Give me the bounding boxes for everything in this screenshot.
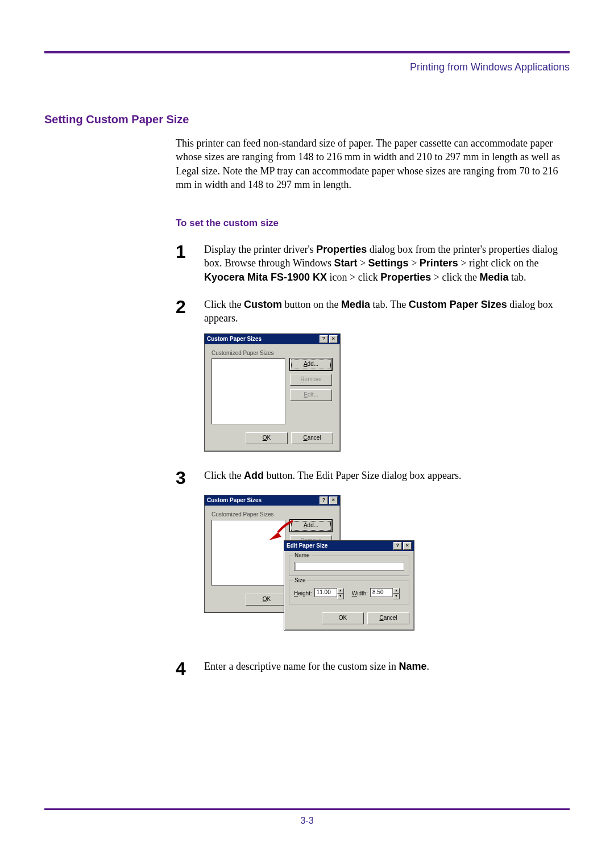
text: Click the [204,470,244,481]
help-icon[interactable]: ? [320,335,328,343]
step-2-text: Click the Custom button on the Media tab… [204,298,570,326]
dialog-screenshot-1: Custom Paper Sizes ? × Customized Paper … [204,333,570,452]
bottom-divider [44,808,570,810]
bold: Custom Paper Sizes [409,299,507,310]
spin-up-icon[interactable]: ▲ [337,588,344,594]
text: > [357,257,368,269]
text: > right click on the [458,257,539,269]
text: A [304,361,308,367]
cancel-button[interactable]: Cancel [291,432,333,444]
close-icon[interactable]: × [329,496,338,504]
text: tab. The [370,299,409,310]
text: C [379,615,383,621]
width-value[interactable]: 8.50 [370,588,393,597]
height-label: Height: [294,590,312,596]
spin-down-icon[interactable]: ▼ [393,594,400,599]
paper-sizes-listbox[interactable] [211,358,285,424]
size-legend: Size [293,577,307,583]
text: icon > click [327,272,380,283]
text: C [303,435,307,441]
height-value[interactable]: 11.00 [314,588,337,597]
width-label: Width: [352,590,368,596]
text: Display the printer driver's [204,244,316,255]
ok-button[interactable]: OK [322,612,364,624]
step-4-text: Enter a descriptive name for the custom … [204,660,570,673]
bold: Settings [368,257,409,269]
group-label: Customized Paper Sizes [211,350,333,356]
dialog-title: Custom Paper Sizes [207,497,262,503]
spin-up-icon[interactable]: ▲ [393,588,400,594]
help-icon[interactable]: ? [320,496,328,504]
step-1-number: 1 [176,243,204,261]
step-3-text: Click the Add button. The Edit Paper Siz… [204,469,570,482]
cancel-button[interactable]: Cancel [367,612,409,624]
bold: Properties [380,272,431,283]
step-1: 1 Display the printer driver's Propertie… [44,243,570,284]
size-fieldset: Size Height: 11.00 ▲▼ Width: 8.50 ▲▼ [289,581,409,604]
text: E [304,391,308,398]
annotation-arrow-icon [261,520,295,542]
help-icon[interactable]: ? [393,542,402,550]
header-section-link[interactable]: Printing from Windows Applications [44,61,570,73]
dialog-title: Edit Paper Size [287,542,327,549]
custom-paper-sizes-dialog: Custom Paper Sizes ? × Customized Paper … [204,333,341,452]
text: button on the [282,299,341,310]
text: A [304,522,308,528]
text: O [263,596,267,602]
text: . [426,661,429,672]
step-3-number: 3 [176,469,204,487]
close-icon[interactable]: × [329,335,338,343]
close-icon[interactable]: × [403,542,412,550]
step-4-number: 4 [176,660,204,678]
width-stepper[interactable]: 8.50 ▲▼ [370,588,400,599]
edit-button[interactable]: Edit... [290,389,332,401]
intro-paragraph: This printer can feed non-standard size … [176,136,564,191]
text: > [409,257,420,269]
step-2-number: 2 [176,298,204,316]
svg-marker-0 [269,532,281,540]
step-2: 2 Click the Custom button on the Media t… [44,298,570,326]
text: R [300,376,304,382]
text: Click the [204,299,244,310]
bold: Add [244,470,264,481]
height-stepper[interactable]: 11.00 ▲▼ [314,588,344,599]
text: > click the [431,272,479,283]
bold: Name [399,661,426,672]
bold: Printers [420,257,458,269]
top-divider [44,51,570,53]
remove-button[interactable]: Remove [290,374,332,386]
step-1-text: Display the printer driver's Properties … [204,243,570,284]
name-input[interactable] [294,562,404,571]
dialog-title: Custom Paper Sizes [207,336,262,342]
edit-paper-size-dialog: Edit Paper Size ? × Name Size Height: 11 [284,540,414,631]
ok-button[interactable]: OK [246,432,288,444]
bold: Kyocera Mita FS-1900 KX [204,272,327,283]
add-button[interactable]: Add... [290,520,332,532]
page-number: 3-3 [44,816,570,826]
group-label: Customized Paper Sizes [211,511,333,518]
section-title: Setting Custom Paper Size [44,113,570,126]
add-button[interactable]: Add... [290,358,332,370]
name-fieldset: Name [289,556,409,576]
bold: Properties [316,244,367,255]
text: O [263,435,267,441]
bold: Custom [244,299,282,310]
ok-button[interactable]: OK [246,594,288,606]
dialog-screenshot-2: Custom Paper Sizes ? × Customized Paper … [204,495,570,642]
bold: Media [479,272,508,283]
step-3: 3 Click the Add button. The Edit Paper S… [44,469,570,487]
text: tab. [508,272,526,283]
subsection-title: To set the custom size [176,218,570,229]
text: Enter a descriptive name for the custom … [204,661,399,672]
bold: Media [341,299,370,310]
spin-down-icon[interactable]: ▼ [337,594,344,599]
text: button. The Edit Paper Size dialog box a… [264,470,462,481]
name-legend: Name [293,552,312,558]
bold: Start [334,257,357,269]
step-4: 4 Enter a descriptive name for the custo… [44,660,570,678]
